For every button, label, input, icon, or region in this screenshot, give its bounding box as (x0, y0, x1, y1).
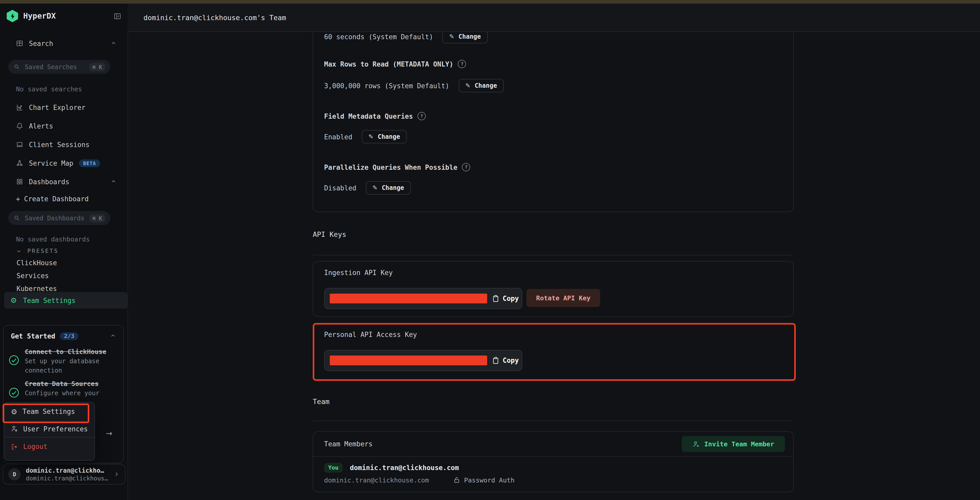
team-heading: Team (313, 397, 329, 406)
chevron-up-icon[interactable] (110, 333, 116, 339)
chart-explorer-icon (16, 104, 23, 111)
preset-services[interactable]: Services (16, 272, 49, 280)
clipboard-icon (492, 357, 499, 364)
collapse-sidebar-icon[interactable] (113, 12, 121, 20)
team-members-title: Team Members (324, 440, 372, 448)
ingestion-key-field: Copy (324, 288, 522, 309)
chevron-down-icon (16, 248, 22, 253)
chevron-up-icon[interactable] (110, 178, 117, 185)
sidebar-item-label: Service Map (29, 159, 73, 167)
personal-key-label: Personal API Access Key (324, 331, 417, 339)
team-members-card: Team Members Invite Team Member You domi… (313, 432, 794, 492)
page-header: dominic.tran@clickhouse.com's Team (127, 3, 980, 32)
monitor-icon (16, 141, 23, 148)
user-plus-icon (692, 440, 700, 447)
redacted-api-key (330, 355, 487, 365)
create-dashboard-button[interactable]: + Create Dashboard (16, 195, 89, 203)
saved-dashboards-input[interactable]: Saved Dashboards ⌘ K (8, 211, 110, 225)
progress-badge: 2/3 (60, 332, 78, 340)
preset-clickhouse[interactable]: ClickHouse (16, 259, 57, 267)
preset-kubernetes[interactable]: Kubernetes (16, 285, 57, 293)
sidebar-item-label: Dashboards (29, 178, 69, 185)
sidebar-item-team-settings[interactable]: ⚙ Team Settings (4, 292, 127, 309)
auth-method: Password Auth (464, 476, 514, 484)
user-name: dominic.tran@clickho… (26, 467, 108, 474)
sidebar: HyperDX Search Saved Searches ⌘ K No sav… (0, 3, 128, 500)
pencil-icon: ✎ (369, 133, 374, 140)
pencil-icon: ✎ (449, 33, 454, 40)
rotate-api-key-button[interactable]: Rotate API Key (527, 289, 600, 307)
main-content: 60 seconds (System Default) ✎ Change Max… (127, 32, 980, 500)
gear-icon: ⚙ (11, 408, 17, 415)
menu-item-label: Logout (23, 443, 48, 451)
setting-value: Enabled (324, 133, 352, 141)
arrow-right-icon[interactable]: → (106, 429, 112, 438)
sidebar-item-label: Client Sessions (29, 141, 89, 148)
logout-icon (11, 443, 18, 450)
sidebar-item-client-sessions[interactable]: Client Sessions (16, 137, 117, 152)
dashboards-icon (16, 178, 23, 185)
lock-icon (453, 477, 460, 484)
chevron-up-icon[interactable] (110, 40, 117, 46)
sidebar-item-service-map[interactable]: Service Map BETA (16, 156, 117, 170)
change-button[interactable]: ✎ Change (442, 32, 488, 43)
step-title[interactable]: Connect to ClickHouse (25, 348, 106, 355)
brand-name: HyperDX (23, 11, 56, 21)
setting-label: Field Metadata Queries (324, 112, 413, 120)
card-divider (313, 456, 793, 457)
you-badge: You (324, 463, 343, 473)
presets-toggle[interactable]: PRESETS (16, 245, 59, 257)
user-popup-menu: ⚙ Team Settings User Preferences Logout (4, 402, 95, 461)
user-gear-icon (11, 425, 18, 432)
setting-value: 3,000,000 rows (System Default) (324, 82, 449, 89)
sidebar-item-chart-explorer[interactable]: Chart Explorer (16, 100, 117, 115)
sidebar-item-label: Search (29, 40, 53, 47)
query-settings-card: 60 seconds (System Default) ✎ Change Max… (313, 32, 794, 212)
sidebar-item-search[interactable]: Search (16, 37, 117, 50)
saved-searches-placeholder: Saved Searches (25, 63, 84, 70)
change-button[interactable]: ✎ Change (458, 79, 504, 92)
beta-badge: BETA (79, 159, 100, 167)
help-icon[interactable]: ? (462, 163, 470, 171)
sidebar-item-alerts[interactable]: Alerts (16, 119, 117, 133)
search-icon (13, 64, 20, 70)
team-member-row: You dominic.tran@clickhouse.com (324, 463, 459, 473)
step-subtitle: Configure where your (25, 389, 107, 398)
menu-item-team-settings[interactable]: ⚙ Team Settings (5, 403, 94, 420)
help-icon[interactable]: ? (458, 60, 466, 68)
saved-searches-input[interactable]: Saved Searches ⌘ K (8, 60, 110, 74)
hyperdx-logo-icon (7, 10, 18, 22)
member-details-row: dominic.tran@clickhouse.com Password Aut… (324, 476, 514, 484)
setting-value: 60 seconds (System Default) (324, 33, 433, 40)
menu-item-logout[interactable]: Logout (5, 438, 94, 455)
setting-label: Max Rows to Read (METADATA ONLY) (324, 60, 453, 68)
clipboard-icon (492, 295, 499, 303)
shortcut-kbd: ⌘ K (89, 63, 105, 71)
ingestion-api-key-card: Ingestion API Key Copy Rotate API Key (313, 261, 794, 317)
menu-item-user-preferences[interactable]: User Preferences (5, 420, 94, 437)
copy-button[interactable]: Copy (492, 355, 519, 365)
step-subtitle: Set up your database connection (25, 357, 107, 375)
brand-row: HyperDX (7, 9, 121, 23)
check-circle-icon (8, 387, 20, 398)
step-title[interactable]: Create Data Sources (25, 380, 99, 387)
sidebar-item-dashboards[interactable]: Dashboards (16, 174, 117, 189)
section-divider (313, 420, 793, 421)
avatar: D (8, 468, 21, 480)
ingestion-key-label: Ingestion API Key (324, 269, 393, 277)
invite-team-member-button[interactable]: Invite Team Member (682, 436, 785, 452)
user-card[interactable]: D dominic.tran@clickho… dominic.tran@cli… (3, 464, 126, 484)
change-button[interactable]: ✎ Change (362, 130, 407, 143)
chevron-right-icon (113, 471, 120, 477)
sidebar-item-label: Alerts (29, 122, 53, 130)
user-email: dominic.tran@clickhous… (26, 475, 108, 482)
copy-button[interactable]: Copy (492, 294, 519, 303)
help-icon[interactable]: ? (417, 112, 426, 120)
get-started-title: Get Started (11, 332, 55, 340)
menu-item-label: Team Settings (22, 408, 75, 416)
service-map-icon (16, 159, 23, 167)
setting-label: Parallelize Queries When Possible (324, 163, 458, 171)
change-button[interactable]: ✎ Change (366, 181, 411, 194)
menu-item-label: User Preferences (23, 425, 88, 433)
section-divider (313, 255, 793, 255)
